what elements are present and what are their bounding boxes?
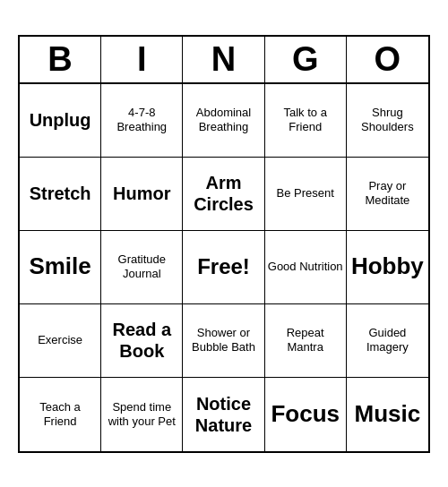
bingo-cell: Arm Circles	[183, 158, 264, 231]
bingo-cell: Read a Book	[101, 304, 183, 378]
bingo-cell: Notice Nature	[183, 378, 264, 451]
bingo-cell: Free!	[183, 231, 264, 304]
bingo-cell: Teach a Friend	[20, 378, 101, 451]
bingo-cell: Repeat Mantra	[265, 304, 347, 378]
bingo-card: BINGO Unplug4-7-8 BreathingAbdominal Bre…	[18, 35, 430, 453]
header-letter: I	[101, 37, 183, 82]
bingo-cell: 4-7-8 Breathing	[101, 84, 183, 158]
bingo-header: BINGO	[20, 37, 428, 84]
bingo-cell: Pray or Meditate	[347, 158, 428, 231]
header-letter: N	[183, 37, 264, 82]
bingo-cell: Talk to a Friend	[265, 84, 347, 158]
bingo-cell: Shower or Bubble Bath	[183, 304, 264, 378]
bingo-cell: Stretch	[20, 158, 101, 231]
bingo-cell: Shrug Shoulders	[347, 84, 428, 158]
header-letter: G	[265, 37, 347, 82]
bingo-cell: Good Nutrition	[265, 231, 347, 304]
bingo-cell: Music	[347, 378, 428, 451]
header-letter: B	[20, 37, 101, 82]
bingo-cell: Be Present	[265, 158, 347, 231]
bingo-cell: Focus	[265, 378, 347, 451]
bingo-cell: Gratitude Journal	[101, 231, 183, 304]
bingo-cell: Hobby	[347, 231, 428, 304]
bingo-cell: Guided Imagery	[347, 304, 428, 378]
bingo-grid: Unplug4-7-8 BreathingAbdominal Breathing…	[20, 84, 428, 451]
bingo-cell: Smile	[20, 231, 101, 304]
header-letter: O	[347, 37, 428, 82]
bingo-cell: Abdominal Breathing	[183, 84, 264, 158]
bingo-cell: Unplug	[20, 84, 101, 158]
bingo-cell: Humor	[101, 158, 183, 231]
bingo-cell: Spend time with your Pet	[101, 378, 183, 451]
bingo-cell: Exercise	[20, 304, 101, 378]
